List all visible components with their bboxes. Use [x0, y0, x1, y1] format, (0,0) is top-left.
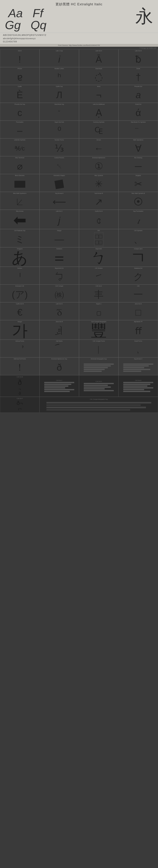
- cell-cjk-ext-b: CJK Ext B ð ¬ ð: [0, 375, 40, 397]
- cell-small-forms: Small Forms ﹐: [118, 340, 158, 358]
- cell-punctuation: Punctuation –: [0, 121, 40, 138]
- cell-latin-ext-additional: Latin Ext Additional Ạ: [79, 103, 118, 121]
- cell-cjk-ext-e: CJK Ext E: [118, 375, 158, 397]
- cell-latin-ext-a: Latin Ext A Ā: [79, 49, 118, 67]
- cell-diacriticals-sup: Diacriticals Sup ˘: [40, 103, 79, 121]
- cell-cjk-ext-a: CJK Ext A 丰: [79, 284, 118, 302]
- cell-cjk-compat-ideographs-sup: CJK Compat Ideographs Sup: [40, 397, 158, 413]
- cell-currency-symbols: Currency Symbols ₠: [79, 121, 118, 138]
- cell-bopomofo-ext: Bopomofo Ext ㆠ: [40, 267, 79, 284]
- cell-cjk: CJK 一: [118, 284, 158, 302]
- source-text: Font Source: http://www.fontke.com/font/…: [58, 44, 100, 46]
- cell-kayah-li: Kayah Li ꤀: [79, 302, 118, 320]
- cell-jamo-ext-a: Jamo Ext A □: [118, 302, 158, 320]
- cell-phonetic-ext: Phonetic Ext a: [118, 85, 158, 103]
- cell-cjk-strokes: CJK Strokes ㇀: [79, 267, 118, 284]
- cell-latin-ext-c: Latin Ext C j: [40, 210, 79, 229]
- cell-misc-technical: Misc Technical ⌀: [0, 156, 40, 174]
- cell-half-marks: Half Marks ︠: [40, 340, 79, 358]
- cell-diacriticals: Diacriticals ◌̀: [79, 67, 118, 85]
- cell-idc: IDC □□□□: [79, 229, 118, 247]
- alphabet-lower: abcdefghijklmnopqrstuvwxyz: [3, 37, 155, 40]
- cell-hangul: Hangul 가: [0, 320, 40, 340]
- cell-katakana: Katakana ＝: [40, 247, 79, 267]
- cell-box-drawing: Box Drawing ─: [118, 156, 158, 174]
- cell-vertical-forms: Vertical Forms ︐: [0, 340, 40, 358]
- cell-jamo-ext-b: Jamo Ext B ힰ: [40, 320, 79, 340]
- cell-cjk-symbols: CJK Symbols 、: [118, 229, 158, 247]
- cell-hiragana: Hiragana あ: [0, 247, 40, 267]
- cell-misc-math-a: Misc Math Symbols A ⟀: [0, 192, 40, 210]
- cell-math-ops: Math Operations ∀: [118, 138, 158, 156]
- cell-enclosed-alphanums: Enclosed Alphanums ①: [79, 156, 118, 174]
- cell-cjk-compat-forms: CJK Compat Forms ︱: [79, 340, 118, 358]
- cell-compat-jamo: Compat Jamo ㄱ: [118, 247, 158, 267]
- cell-block-elements: Block Elements: [0, 174, 40, 192]
- cell-cyrillic-sup: Cyrillic Sup Л: [40, 85, 79, 103]
- cell-dingbats: Dingbats ✂: [118, 174, 158, 192]
- cell-greek: Greek †: [118, 67, 158, 85]
- cell-control-pictures: Control Pictures ␀: [40, 156, 79, 174]
- cell-kangxi: Kangxi —: [40, 229, 79, 247]
- cell-geometric-shapes: Geometric Shapes: [40, 174, 79, 192]
- cell-number-forms: Number Forms ⅓: [40, 138, 79, 156]
- cell-enclosed-cjk: Enclosed CJK (ア): [0, 284, 40, 302]
- copyright-text: © Design by fontke.com: [140, 47, 156, 49]
- cell-bopomofo: Bopomofo ㄅ: [79, 247, 118, 267]
- cell-half-full-forms: Half And Full Forms ！: [0, 358, 40, 375]
- cell-diacriticals-symbols: Diacriticals For Symbols ⃛: [118, 121, 158, 138]
- digits: 0123456789: [3, 40, 155, 43]
- alphabet-section: ABCDEFGHIJKLMNOPQRSTUVWXYZ abcdefghijklm…: [0, 33, 158, 44]
- cell-cyrillic-ext-a: Cyrillic Ext A ᲀ: [79, 210, 118, 229]
- cell-arrows: Arrows ←: [79, 138, 118, 156]
- cell-sub-arrows-b: Sub Arrows B ↗: [79, 192, 118, 210]
- cell-misc-arrows: Misc Arrows ⬅: [0, 210, 40, 229]
- bottom-grid: CJK Ext B ð ¬ ð CJK Ext C CJK Ext D: [0, 375, 158, 413]
- cell-sup-arrows-a: Sup Arrows A ⟵: [40, 192, 79, 210]
- cell-greek-ext: Greek Ext ά: [118, 103, 158, 121]
- cell-cjk-ext-d: CJK Ext D: [79, 375, 118, 397]
- cell-super-sub: Super And Sub ⁰: [40, 121, 79, 138]
- preview-left-chars: Aa Ff Gg Qq: [5, 7, 46, 31]
- source-bar: Font Source: http://www.fontke.com/font/…: [0, 44, 158, 47]
- cell-armo: Armo ¬: [79, 85, 118, 103]
- cell-latin-ext-d: Latin Ext D Ᵹ: [40, 302, 79, 320]
- header: 更紗黑體 HC Extralight Italic Aa Ff Gg Qq 永: [0, 0, 158, 33]
- preview-chars: Aa Ff Gg Qq 永: [3, 7, 155, 31]
- glyph-grid: ASCII ! Latin 1 Sup i Latin Ext A Ā Lati…: [0, 49, 158, 375]
- alphabet-upper: ABCDEFGHIJKLMNOPQRSTUVWXYZ: [3, 33, 155, 37]
- font-title: 更紗黑體 HC Extralight Italic: [3, 2, 155, 6]
- preview-kanji: 永: [135, 7, 153, 25]
- copyright-bar: © Design by fontke.com: [0, 47, 158, 49]
- cell-cyrillic-ext-b: Cyrillic Ext B €: [0, 302, 40, 320]
- cell-letterlike: Letterlike Symbols ℀∕c: [0, 138, 40, 156]
- cell-cyrillic: Cyrillic È: [0, 85, 40, 103]
- cell-cjk-ext-c: CJK Ext C: [40, 375, 79, 397]
- cell-cjk-compat-ideographs: CJK Compat Ideographs 豐: [79, 320, 118, 340]
- cell-ipa-ext: IPA Ext ɐ: [0, 67, 40, 85]
- cell-sup-arrows-c: Sup Arrows C: [118, 358, 158, 375]
- cell-misc-math-b: Misc Math Symbols B ⦿: [118, 192, 158, 210]
- cell-cjk-compat: CJK Compat ㈱: [40, 284, 79, 302]
- cell-enclosed-alphanums-sup: Enclosed Alphanums Sup ð: [40, 358, 79, 375]
- cell-kanbun: Kanbun ㆐: [0, 267, 40, 284]
- cell-ascii: ASCII !: [0, 49, 40, 67]
- cell-sup-punctuation: Sup Punctuation 𝚤: [118, 210, 158, 229]
- cell-latin1sup: Latin 1 Sup i: [40, 49, 79, 67]
- cell-modifier-letters: Modifier Letters ʰ: [40, 67, 79, 85]
- cell-cjk-ext-f: CJK Ext F ð¬ 𝚤¬: [0, 397, 40, 413]
- cell-misc-symbols: Misc Symbols ✳: [79, 174, 118, 192]
- bottom-section: CJK Ext B ð ¬ ð CJK Ext C CJK Ext D: [0, 375, 158, 413]
- cell-enclosed-ideographs-sup: Enclosed Ideographs Sup: [79, 358, 118, 375]
- cell-cjk-radicals-sup: CJK Radicals Sup ミ: [0, 229, 40, 247]
- cell-alphabetic-pf: Alphabetic PF ﬀ: [118, 320, 158, 340]
- cell-katakana-ext: Katakana Ext ク: [118, 267, 158, 284]
- cell-latin-ext-b: Latin Ext B ƀ: [118, 49, 158, 67]
- cell-phonetic-ext-sup: Phonetic Ext Sup c: [0, 103, 40, 121]
